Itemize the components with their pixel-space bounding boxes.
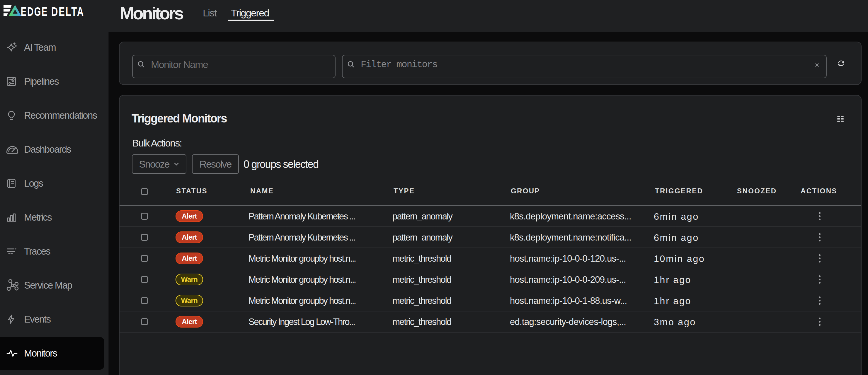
svg-text:EDGE: EDGE — [21, 4, 48, 19]
svg-text:DELTA: DELTA — [51, 4, 84, 19]
